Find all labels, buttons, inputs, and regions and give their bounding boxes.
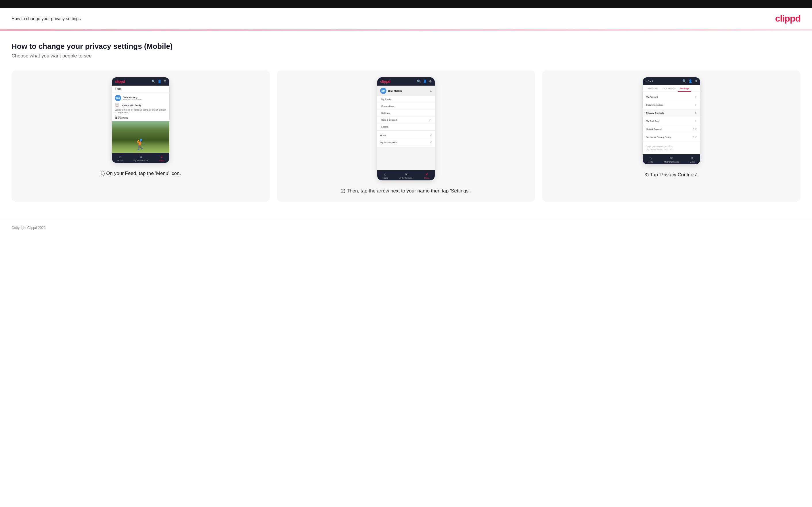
profile-icon-3[interactable]: 👤 <box>689 79 693 83</box>
settings-my-golf-bag[interactable]: My Golf Bag > <box>643 117 700 125</box>
home-icon-2: ⌂ <box>384 172 386 176</box>
feed-post: BM Blair McHarg Yesterday · Sunningdale … <box>112 93 169 121</box>
profile-icon-2[interactable]: 👤 <box>423 79 427 83</box>
chevron-down-icon-2: ∨ <box>430 141 432 144</box>
my-golf-bag-label: My Golf Bag <box>646 120 659 122</box>
bottom-home-3[interactable]: ⌂ Home <box>648 156 653 163</box>
menu-icon: ≡ <box>160 155 162 159</box>
performance-icon-2: ≋ <box>405 172 408 176</box>
copyright-text: Copyright Clippd 2022 <box>11 226 46 230</box>
lesson-title: Lesson with Fordy <box>121 104 141 107</box>
menu-logout[interactable]: Logout <box>377 123 435 130</box>
search-icon[interactable]: 🔍 <box>152 79 156 83</box>
performance-icon: ≋ <box>140 155 142 159</box>
home-icon: ⌂ <box>119 155 121 159</box>
chevron-right-4: > <box>695 119 697 123</box>
performance-icon-3: ≋ <box>670 156 673 160</box>
chevron-right-1: > <box>695 95 697 99</box>
bottom-home-1[interactable]: ⌂ Home <box>117 155 123 161</box>
feed-user-meta: Yesterday · Sunningdale <box>123 99 142 100</box>
settings-my-account[interactable]: My Account > <box>643 93 700 101</box>
help-support-label: Help & Support <box>646 128 662 130</box>
main-content: How to change your privacy settings (Mob… <box>0 31 812 219</box>
external-icon-2: ↗ <box>692 135 697 139</box>
menu-settings[interactable]: Settings <box>377 110 435 117</box>
version-line-1: Clippd Client Version: 2022.8.3-3 <box>646 145 697 148</box>
app-bar-2: clippd 🔍 👤 ⚙ <box>377 77 435 86</box>
page-subheading: Choose what you want people to see <box>11 53 801 59</box>
header: How to change your privacy settings clip… <box>0 8 812 30</box>
settings-icon[interactable]: ⚙ <box>164 79 166 83</box>
tab-my-profile[interactable]: My Profile <box>646 85 660 92</box>
app-bar-1: clippd 🔍 👤 ⚙ <box>112 77 169 86</box>
close-icon: ✕ <box>425 172 428 176</box>
logo: clippd <box>775 13 801 24</box>
settings-privacy-controls[interactable]: Privacy Controls > <box>643 109 700 117</box>
lesson-icon: 📋 <box>115 103 119 107</box>
app-logo-1: clippd <box>115 79 125 83</box>
step-3-card: < Back 🔍 👤 ⚙ My Profile Connections Sett… <box>542 70 801 202</box>
settings-icon-2[interactable]: ⚙ <box>429 79 432 83</box>
tab-connections[interactable]: Connections <box>660 85 677 92</box>
bottom-performance-3[interactable]: ≋ My Performance <box>664 156 679 163</box>
feed-header: Feed <box>112 86 169 93</box>
settings-tabs: My Profile Connections Settings <box>643 85 700 92</box>
app-bar-icons-2: 🔍 👤 ⚙ <box>417 79 432 83</box>
nav-home[interactable]: Home ∨ <box>380 132 432 139</box>
bottom-close-2[interactable]: ✕ Menu <box>424 172 429 179</box>
avatar-1: BM <box>115 95 121 101</box>
menu-icon-3: ≡ <box>691 156 693 160</box>
bottom-home-label-2: Home <box>383 177 388 179</box>
dropdown-username: Blair McHarg <box>388 90 402 92</box>
nav-home-label: Home <box>380 134 386 137</box>
settings-help-support[interactable]: Help & Support ↗ <box>643 125 700 133</box>
step-2-caption: 2) Then, tap the arrow next to your name… <box>341 187 471 195</box>
bottom-menu-label-3: Menu <box>690 161 695 163</box>
menu-connections[interactable]: Connections <box>377 103 435 110</box>
bottom-menu-1[interactable]: ≡ Menu <box>159 155 164 161</box>
back-button[interactable]: < Back <box>646 80 654 83</box>
bottom-perf-label-3: My Performance <box>664 161 679 163</box>
nav-performance[interactable]: My Performance ∨ <box>380 139 432 146</box>
feed-text: Looking to feel like my hands are exitin… <box>115 109 166 114</box>
menu-my-profile[interactable]: My Profile <box>377 96 435 103</box>
data-integrations-label: Data Integrations <box>646 104 664 106</box>
bottom-performance-label: My Performance <box>134 159 148 161</box>
header-title: How to change your privacy settings <box>11 16 81 21</box>
my-account-label: My Account <box>646 96 658 98</box>
step-3-caption: 3) Tap 'Privacy Controls'. <box>644 171 698 179</box>
footer: Copyright Clippd 2022 <box>0 219 812 236</box>
step-1-card: clippd 🔍 👤 ⚙ Feed BM Blair McHarg <box>11 70 270 202</box>
bottom-bar-3: ⌂ Home ≋ My Performance ≡ Menu <box>643 154 700 164</box>
chevron-right-3: > <box>695 111 697 115</box>
app-logo-2: clippd <box>380 79 390 83</box>
chevron-right-2: > <box>695 103 697 107</box>
phone-mockup-2: clippd 🔍 👤 ⚙ BM Blair McHarg ∧ <box>377 77 435 180</box>
tab-settings[interactable]: Settings <box>678 85 692 92</box>
bottom-home-2[interactable]: ⌂ Home <box>383 172 388 179</box>
profile-icon[interactable]: 👤 <box>158 79 162 83</box>
bottom-home-label-3: Home <box>648 161 653 163</box>
settings-icon-3[interactable]: ⚙ <box>695 79 697 83</box>
bottom-menu-3[interactable]: ≡ Menu <box>690 156 695 163</box>
home-icon-3: ⌂ <box>650 156 652 160</box>
menu-help-support[interactable]: Help & Support <box>377 117 435 123</box>
search-icon-3[interactable]: 🔍 <box>682 79 687 83</box>
nav-section: Home ∨ My Performance ∨ <box>377 131 435 147</box>
golfer-silhouette: 🏌️ <box>134 138 147 151</box>
duration-value: 01 hr : 30 min <box>115 117 166 119</box>
settings-data-integrations[interactable]: Data Integrations > <box>643 101 700 109</box>
external-icon-1: ↗ <box>692 127 697 131</box>
bottom-performance-1[interactable]: ≋ My Performance <box>134 155 148 161</box>
search-icon-2[interactable]: 🔍 <box>417 79 421 83</box>
nav-performance-label: My Performance <box>380 141 397 144</box>
bottom-performance-2[interactable]: ≋ My Performance <box>399 172 413 179</box>
phone-mockup-3: < Back 🔍 👤 ⚙ My Profile Connections Sett… <box>643 77 700 164</box>
bottom-bar-1: ⌂ Home ≋ My Performance ≡ Menu <box>112 153 169 163</box>
chevron-up-icon: ∧ <box>430 89 432 93</box>
bottom-bar-2: ⌂ Home ≋ My Performance ✕ Menu <box>377 170 435 180</box>
settings-service-privacy[interactable]: Service & Privacy Policy ↗ <box>643 133 700 141</box>
chevron-down-icon: ∨ <box>430 134 432 137</box>
dropdown-header[interactable]: BM Blair McHarg ∧ <box>377 86 435 96</box>
app-bar-icons-3: 🔍 👤 ⚙ <box>682 79 697 83</box>
